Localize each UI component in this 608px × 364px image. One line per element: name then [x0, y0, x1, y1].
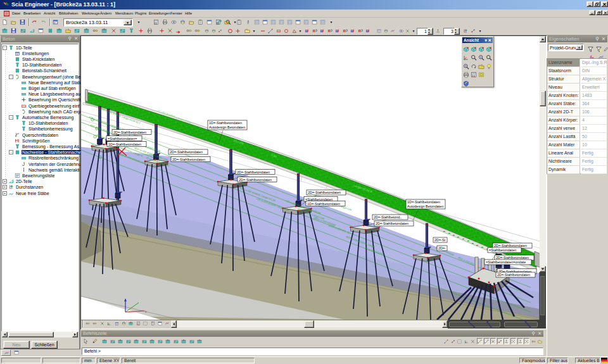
svg-text:=Stahlbetondaten: =Stahlbetondaten	[489, 248, 516, 252]
svg-text:1D=-Stahlbetondaten: 1D=-Stahlbetondaten	[108, 142, 141, 146]
svg-text:Autodesign Betondaten: Autodesign Betondaten	[209, 125, 245, 129]
svg-text:R: R	[343, 29, 346, 33]
svg-text:1D=-Stahlbetondaten: 1D=-Stahlbetondaten	[307, 202, 340, 206]
svg-text:2D=-Stahlbetondaten: 2D=-Stahlbetondaten	[237, 170, 270, 174]
svg-text:2D=-: 2D=-	[438, 246, 446, 250]
svg-text:=Stahlbetondaten: =Stahlbetondaten	[305, 198, 332, 201]
svg-text:R: R	[358, 29, 362, 33]
svg-text:2D=-Stahlbetondaten: 2D=-Stahlbetondaten	[172, 158, 205, 161]
svg-text:R: R	[313, 29, 316, 33]
svg-text:=Stahlbetondaten=ondate: =Stahlbetondaten=ondate	[486, 260, 526, 264]
svg-text:2D=-Stahlbetondaten: 2D=-Stahlbetondaten	[113, 130, 146, 134]
svg-text:2D=-Stahlbetond..: 2D=-Stahlbetond..	[374, 215, 402, 219]
svg-text:2D=-St: 2D=-St	[434, 238, 446, 242]
svg-text:2D=-Stahlbetondaten: 2D=-Stahlbetondaten	[170, 150, 203, 154]
svg-text:Autodesign Betondaten: Autodesign Betondaten	[407, 204, 443, 208]
svg-text:1D=-Stahlbetondaten: 1D=-Stahlbetondaten	[407, 200, 440, 204]
svg-text:2D=-Stahlbetondaten: 2D=-Stahlbetondaten	[497, 273, 530, 277]
svg-text:2D=-Stahlbetondaten: 2D=-Stahlbetondaten	[308, 191, 341, 194]
svg-text:2D=-Stahlbetondaten: 2D=-Stahlbetondaten	[494, 244, 527, 248]
svg-text:2D=-Stahlbetondaten: 2D=-Stahlbetondaten	[496, 256, 529, 260]
svg-text:1D=-Stahlbetondaten: 1D=-Stahlbetondaten	[209, 121, 242, 125]
svg-text:2D=-Stahlbetondaten: 2D=-Stahlbetondaten	[376, 222, 408, 225]
svg-text:=Stahlbetondaten=: =Stahlbetondaten=	[108, 137, 137, 141]
svg-text:R: R	[328, 29, 331, 33]
svg-text:2D=-Stahlbetondaten: 2D=-Stahlbetondaten	[239, 178, 272, 182]
